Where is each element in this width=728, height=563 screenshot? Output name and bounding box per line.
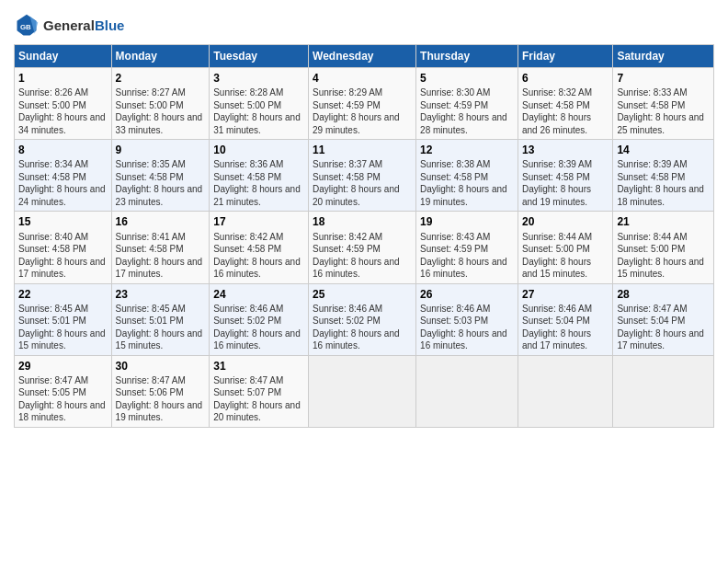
day-info: Sunrise: 8:42 AMSunset: 4:59 PMDaylight:…: [313, 231, 412, 281]
calendar-cell: 19Sunrise: 8:43 AMSunset: 4:59 PMDayligh…: [416, 212, 518, 283]
day-number: 7: [617, 71, 710, 86]
day-number: 5: [420, 71, 514, 86]
calendar-week-row: 29Sunrise: 8:47 AMSunset: 5:05 PMDayligh…: [15, 355, 714, 427]
day-number: 1: [18, 71, 108, 86]
day-number: 29: [18, 359, 108, 373]
col-header-thursday: Thursday: [416, 45, 518, 68]
calendar-header-row: SundayMondayTuesdayWednesdayThursdayFrid…: [15, 45, 714, 68]
day-info: Sunrise: 8:37 AMSunset: 4:58 PMDaylight:…: [313, 158, 412, 208]
col-header-tuesday: Tuesday: [210, 45, 309, 68]
calendar-cell: [309, 355, 416, 427]
day-info: Sunrise: 8:46 AMSunset: 5:04 PMDaylight:…: [522, 303, 609, 352]
day-info: Sunrise: 8:39 AMSunset: 4:58 PMDaylight:…: [522, 158, 609, 208]
logo-text: GeneralBlue: [43, 18, 124, 34]
calendar-week-row: 22Sunrise: 8:45 AMSunset: 5:01 PMDayligh…: [15, 283, 714, 355]
day-number: 22: [18, 287, 108, 302]
calendar-cell: 13Sunrise: 8:39 AMSunset: 4:58 PMDayligh…: [518, 140, 612, 212]
col-header-wednesday: Wednesday: [309, 45, 416, 68]
calendar-cell: 16Sunrise: 8:41 AMSunset: 4:58 PMDayligh…: [111, 212, 210, 283]
day-info: Sunrise: 8:36 AMSunset: 4:58 PMDaylight:…: [213, 158, 304, 208]
day-info: Sunrise: 8:44 AMSunset: 5:00 PMDaylight:…: [617, 231, 710, 281]
calendar-cell: 22Sunrise: 8:45 AMSunset: 5:01 PMDayligh…: [15, 283, 112, 355]
calendar-cell: 9Sunrise: 8:35 AMSunset: 4:58 PMDaylight…: [111, 140, 210, 212]
day-number: 28: [617, 287, 710, 302]
day-info: Sunrise: 8:28 AMSunset: 5:00 PMDaylight:…: [213, 86, 304, 136]
day-info: Sunrise: 8:47 AMSunset: 5:04 PMDaylight:…: [617, 303, 710, 352]
calendar-cell: [613, 355, 714, 427]
day-info: Sunrise: 8:38 AMSunset: 4:58 PMDaylight:…: [420, 158, 514, 208]
day-number: 31: [213, 359, 304, 373]
calendar-cell: 18Sunrise: 8:42 AMSunset: 4:59 PMDayligh…: [309, 212, 416, 283]
calendar-cell: 25Sunrise: 8:46 AMSunset: 5:02 PMDayligh…: [309, 283, 416, 355]
calendar-cell: 29Sunrise: 8:47 AMSunset: 5:05 PMDayligh…: [15, 355, 112, 427]
calendar-cell: 24Sunrise: 8:46 AMSunset: 5:02 PMDayligh…: [210, 283, 309, 355]
col-header-friday: Friday: [518, 45, 612, 68]
day-number: 21: [617, 214, 710, 229]
day-info: Sunrise: 8:42 AMSunset: 4:58 PMDaylight:…: [213, 231, 304, 281]
calendar-cell: 5Sunrise: 8:30 AMSunset: 4:59 PMDaylight…: [416, 68, 518, 140]
day-info: Sunrise: 8:35 AMSunset: 4:58 PMDaylight:…: [116, 158, 206, 208]
day-number: 6: [522, 71, 609, 86]
calendar-week-row: 15Sunrise: 8:40 AMSunset: 4:58 PMDayligh…: [15, 212, 714, 283]
calendar-cell: 6Sunrise: 8:32 AMSunset: 4:58 PMDaylight…: [518, 68, 612, 140]
calendar-table: SundayMondayTuesdayWednesdayThursdayFrid…: [14, 44, 714, 428]
calendar-cell: 17Sunrise: 8:42 AMSunset: 4:58 PMDayligh…: [210, 212, 309, 283]
day-number: 25: [313, 287, 412, 302]
day-number: 17: [213, 214, 304, 229]
day-info: Sunrise: 8:47 AMSunset: 5:05 PMDaylight:…: [18, 374, 108, 424]
calendar-cell: 31Sunrise: 8:47 AMSunset: 5:07 PMDayligh…: [210, 355, 309, 427]
calendar-cell: 14Sunrise: 8:39 AMSunset: 4:58 PMDayligh…: [613, 140, 714, 212]
day-info: Sunrise: 8:30 AMSunset: 4:59 PMDaylight:…: [420, 86, 514, 136]
day-number: 23: [116, 287, 206, 302]
calendar-cell: 4Sunrise: 8:29 AMSunset: 4:59 PMDaylight…: [309, 68, 416, 140]
day-number: 9: [116, 143, 206, 157]
calendar-cell: 21Sunrise: 8:44 AMSunset: 5:00 PMDayligh…: [613, 212, 714, 283]
day-number: 26: [420, 287, 514, 302]
day-number: 14: [617, 143, 710, 157]
day-info: Sunrise: 8:46 AMSunset: 5:02 PMDaylight:…: [213, 303, 304, 352]
calendar-cell: 20Sunrise: 8:44 AMSunset: 5:00 PMDayligh…: [518, 212, 612, 283]
calendar-cell: 23Sunrise: 8:45 AMSunset: 5:01 PMDayligh…: [111, 283, 210, 355]
day-info: Sunrise: 8:47 AMSunset: 5:07 PMDaylight:…: [213, 374, 304, 424]
day-number: 19: [420, 214, 514, 229]
day-number: 11: [313, 143, 412, 157]
day-number: 20: [522, 214, 609, 229]
calendar-cell: 30Sunrise: 8:47 AMSunset: 5:06 PMDayligh…: [111, 355, 210, 427]
col-header-monday: Monday: [111, 45, 210, 68]
calendar-cell: 28Sunrise: 8:47 AMSunset: 5:04 PMDayligh…: [613, 283, 714, 355]
day-number: 15: [18, 214, 108, 229]
col-header-sunday: Sunday: [15, 45, 112, 68]
calendar-cell: 10Sunrise: 8:36 AMSunset: 4:58 PMDayligh…: [210, 140, 309, 212]
calendar-cell: 8Sunrise: 8:34 AMSunset: 4:58 PMDaylight…: [15, 140, 112, 212]
day-info: Sunrise: 8:29 AMSunset: 4:59 PMDaylight:…: [313, 86, 412, 136]
day-number: 24: [213, 287, 304, 302]
logo-icon: GB: [14, 13, 40, 39]
day-number: 8: [18, 143, 108, 157]
calendar-cell: 1Sunrise: 8:26 AMSunset: 5:00 PMDaylight…: [15, 68, 112, 140]
calendar-cell: 27Sunrise: 8:46 AMSunset: 5:04 PMDayligh…: [518, 283, 612, 355]
day-number: 10: [213, 143, 304, 157]
day-info: Sunrise: 8:45 AMSunset: 5:01 PMDaylight:…: [116, 303, 206, 352]
calendar-cell: 12Sunrise: 8:38 AMSunset: 4:58 PMDayligh…: [416, 140, 518, 212]
day-number: 2: [116, 71, 206, 86]
day-info: Sunrise: 8:45 AMSunset: 5:01 PMDaylight:…: [18, 303, 108, 352]
calendar-week-row: 8Sunrise: 8:34 AMSunset: 4:58 PMDaylight…: [15, 140, 714, 212]
day-info: Sunrise: 8:33 AMSunset: 4:58 PMDaylight:…: [617, 86, 710, 136]
calendar-cell: 11Sunrise: 8:37 AMSunset: 4:58 PMDayligh…: [309, 140, 416, 212]
day-info: Sunrise: 8:47 AMSunset: 5:06 PMDaylight:…: [116, 374, 206, 424]
calendar-week-row: 1Sunrise: 8:26 AMSunset: 5:00 PMDaylight…: [15, 68, 714, 140]
calendar-cell: 26Sunrise: 8:46 AMSunset: 5:03 PMDayligh…: [416, 283, 518, 355]
calendar-cell: 15Sunrise: 8:40 AMSunset: 4:58 PMDayligh…: [15, 212, 112, 283]
day-number: 30: [116, 359, 206, 373]
day-info: Sunrise: 8:26 AMSunset: 5:00 PMDaylight:…: [18, 86, 108, 136]
day-info: Sunrise: 8:46 AMSunset: 5:02 PMDaylight:…: [313, 303, 412, 352]
day-number: 4: [313, 71, 412, 86]
calendar-cell: 7Sunrise: 8:33 AMSunset: 4:58 PMDaylight…: [613, 68, 714, 140]
calendar-cell: 3Sunrise: 8:28 AMSunset: 5:00 PMDaylight…: [210, 68, 309, 140]
day-number: 18: [313, 214, 412, 229]
calendar-cell: 2Sunrise: 8:27 AMSunset: 5:00 PMDaylight…: [111, 68, 210, 140]
calendar-cell: [416, 355, 518, 427]
calendar-cell: [518, 355, 612, 427]
day-info: Sunrise: 8:46 AMSunset: 5:03 PMDaylight:…: [420, 303, 514, 352]
day-info: Sunrise: 8:41 AMSunset: 4:58 PMDaylight:…: [116, 231, 206, 281]
